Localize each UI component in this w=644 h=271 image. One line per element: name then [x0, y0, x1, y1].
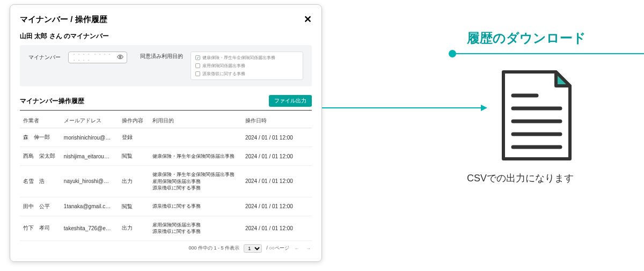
table-row: 名雪 浩nayuki_hiroshi@…出力健康保険・厚生年金保険関係届出事務雇… [20, 166, 312, 197]
cell-purpose: 健康保険・厚生年金保険関係届出事務雇用保険関係届出事務源泉徴収に関する事務 [149, 166, 242, 197]
mynumber-field-label: マイナンバー [28, 54, 61, 61]
checkbox-icon [195, 71, 200, 76]
mynumber-field-group: マイナンバー ・・・・ ・・・・ ・・・・ [28, 52, 127, 63]
callout-title: 履歴のダウンロード [467, 30, 586, 47]
cell-datetime: 2024 / 01 / 01 12:00 [242, 166, 312, 197]
svg-marker-2 [556, 72, 570, 86]
consent-option-label: 雇用保険関係届出事務 [202, 63, 245, 69]
consent-group: 同意済み利用目的 ✓ 健康保険・厚生年金保険関係届出事務 雇用保険関係届出事務 … [140, 52, 303, 80]
cell-datetime: 2024 / 01 / 01 12:00 [242, 216, 312, 240]
cell-datetime: 2024 / 01 / 01 12:00 [242, 128, 312, 147]
mynumber-input[interactable]: ・・・・ ・・・・ ・・・・ [68, 52, 127, 63]
consent-option-label: 健康保険・厚生年金保険関係届出事務 [202, 55, 275, 61]
consent-box: ✓ 健康保険・厚生年金保険関係届出事務 雇用保険関係届出事務 源泉徴収に関する事… [191, 52, 303, 80]
arrow-head-icon [481, 105, 487, 111]
checkbox-icon [195, 63, 200, 68]
cell-operator: 森 伸一郎 [20, 128, 61, 147]
modal-title: マイナンバー / 操作履歴 [20, 14, 107, 25]
cell-action: 出力 [119, 166, 149, 197]
cell-action: 出力 [119, 216, 149, 240]
eye-icon[interactable] [117, 54, 123, 61]
cell-purpose [149, 128, 242, 147]
arrow-line [322, 107, 483, 108]
svg-point-0 [120, 56, 121, 58]
consent-option-0[interactable]: ✓ 健康保険・厚生年金保険関係届出事務 [195, 55, 298, 61]
table-row: 森 伸一郎morishinichirou@…登録2024 / 01 / 01 1… [20, 128, 312, 147]
callout-underline [451, 53, 644, 54]
consent-option-1[interactable]: 雇用保険関係届出事務 [195, 63, 298, 69]
cell-email: takeshita_726@e… [61, 216, 119, 240]
table-row: 竹下 孝司takeshita_726@e…出力雇用保険関係届出事務源泉徴収に関す… [20, 216, 312, 240]
consent-label: 同意済み利用目的 [140, 52, 183, 60]
mynumber-history-modal: マイナンバー / 操作履歴 ✕ 山田 太郎 さん のマイナンバー マイナンバー … [10, 4, 322, 262]
history-section-header: マイナンバー操作履歴 ファイル出力 [20, 95, 312, 111]
cell-operator: 竹下 孝司 [20, 216, 61, 240]
csv-caption: CSVでの出力になります [467, 172, 574, 185]
history-section-title: マイナンバー操作履歴 [20, 97, 84, 106]
col-action: 操作内容 [119, 114, 149, 128]
cell-email: 1tanaka@gmail.c… [61, 197, 119, 216]
cell-operator: 田中 公平 [20, 197, 61, 216]
user-subtitle: 山田 太郎 さん のマイナンバー [20, 32, 312, 41]
consent-option-2[interactable]: 源泉徴収に関する事務 [195, 71, 298, 77]
cell-operator: 名雪 浩 [20, 166, 61, 197]
csv-file-icon [499, 70, 574, 161]
pager-page-select[interactable]: 1 [244, 244, 262, 253]
col-operator: 作業者 [20, 114, 61, 128]
pager-page-total: / ○○ページ [266, 245, 289, 252]
cell-operator: 西島 栄太郎 [20, 147, 61, 166]
pager-next-icon[interactable]: → [305, 246, 312, 251]
cell-action: 閲覧 [119, 197, 149, 216]
cell-purpose: 雇用保険関係届出事務源泉徴収に関する事務 [149, 216, 242, 240]
pager-summary: 000 件中の 1 - 5 件表示 [189, 245, 240, 252]
consent-option-label: 源泉徴収に関する事務 [202, 71, 245, 77]
file-export-button[interactable]: ファイル出力 [269, 95, 312, 107]
cell-email: morishinichirou@… [61, 128, 119, 147]
col-purpose: 利用目的 [149, 114, 242, 128]
col-datetime: 操作日時 [242, 114, 312, 128]
callout-dot-icon [449, 50, 456, 57]
cell-action: 登録 [119, 128, 149, 147]
cell-email: nishijima_eitarou… [61, 147, 119, 166]
pager-prev-icon[interactable]: ← [294, 246, 301, 251]
cell-purpose: 源泉徴収に関する事務 [149, 197, 242, 216]
mynumber-masked-value: ・・・・ ・・・・ ・・・・ [72, 52, 117, 63]
table-row: 田中 公平1tanaka@gmail.c…閲覧源泉徴収に関する事務2024 / … [20, 197, 312, 216]
close-icon[interactable]: ✕ [304, 13, 312, 25]
cell-action: 閲覧 [119, 147, 149, 166]
pager: 000 件中の 1 - 5 件表示 1 / ○○ページ ← → [20, 241, 312, 253]
cell-email: nayuki_hiroshi@… [61, 166, 119, 197]
table-header-row: 作業者 メールアドレス 操作内容 利用目的 操作日時 [20, 114, 312, 128]
cell-purpose: 健康保険・厚生年金保険関係届出事務 [149, 147, 242, 166]
info-panel: マイナンバー ・・・・ ・・・・ ・・・・ 同意済み利用目的 ✓ 健康保険・厚生… [20, 45, 312, 86]
history-table: 作業者 メールアドレス 操作内容 利用目的 操作日時 森 伸一郎morishin… [20, 114, 312, 241]
table-row: 西島 栄太郎nishijima_eitarou…閲覧健康保険・厚生年金保険関係届… [20, 147, 312, 166]
cell-datetime: 2024 / 01 / 01 12:00 [242, 197, 312, 216]
modal-header: マイナンバー / 操作履歴 ✕ [20, 13, 312, 25]
checkbox-checked-icon: ✓ [195, 55, 200, 60]
col-email: メールアドレス [61, 114, 119, 128]
cell-datetime: 2024 / 01 / 01 12:00 [242, 147, 312, 166]
